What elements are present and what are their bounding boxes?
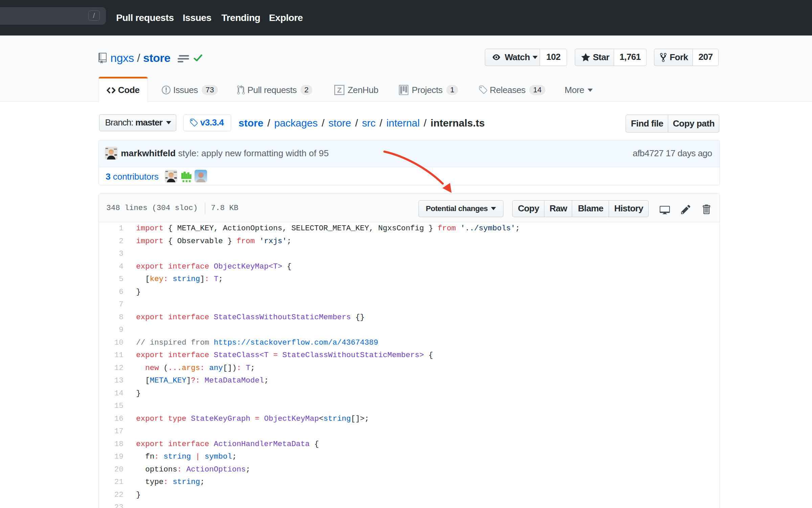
svg-text:Z: Z [337,86,342,94]
